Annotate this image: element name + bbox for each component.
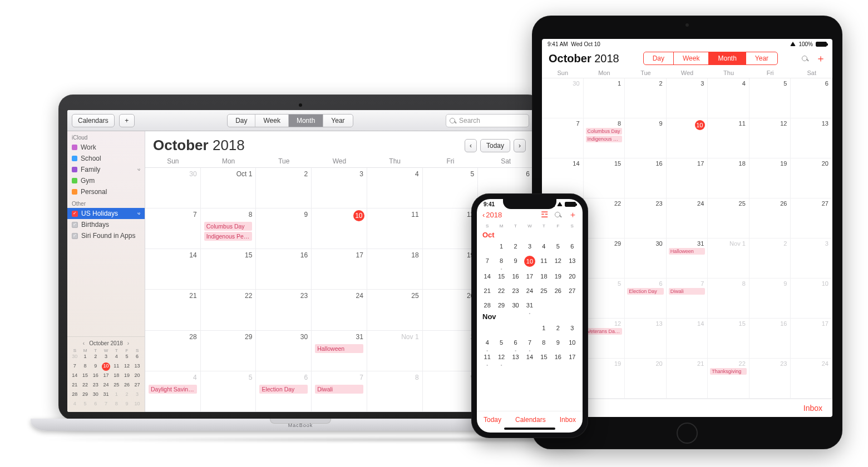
day-cell[interactable]: 8 <box>537 337 551 347</box>
day-cell[interactable]: 13 <box>791 118 832 158</box>
day-cell[interactable]: 18 <box>708 158 749 198</box>
day-cell[interactable]: 22Thanksgiving <box>708 359 749 399</box>
mini-day[interactable]: 9 <box>91 362 100 371</box>
day-cell[interactable]: 24 <box>312 290 367 330</box>
search-icon[interactable] <box>802 56 809 61</box>
mini-day[interactable]: 5 <box>122 353 131 361</box>
mini-day[interactable]: 6 <box>91 400 100 409</box>
day-cell[interactable]: 8 <box>367 371 423 412</box>
day-cell[interactable]: 17 <box>312 249 367 290</box>
event-pill[interactable]: Election Day <box>259 385 308 394</box>
day-cell[interactable]: 25 <box>367 290 423 330</box>
inbox-button[interactable]: Inbox <box>560 416 576 424</box>
day-cell[interactable]: 8 <box>708 279 749 319</box>
view-year[interactable]: Year <box>323 115 352 127</box>
day-cell[interactable]: 14 <box>667 319 708 359</box>
day-cell[interactable]: 12 <box>494 352 508 362</box>
day-cell[interactable]: 19 <box>584 359 625 399</box>
mini-day[interactable]: 3 <box>133 391 141 399</box>
day-cell[interactable]: 7Diwali <box>667 279 708 319</box>
day-cell[interactable]: 24 <box>791 359 832 399</box>
day-cell[interactable]: 9 <box>749 279 791 319</box>
mini-day[interactable]: 6 <box>133 353 141 361</box>
day-cell[interactable]: 7Diwali <box>312 371 367 412</box>
day-cell[interactable]: 24 <box>667 198 708 239</box>
day-cell[interactable]: 19 <box>423 249 479 290</box>
home-button[interactable] <box>677 423 698 444</box>
day-cell[interactable] <box>537 300 551 310</box>
mini-day[interactable]: 25 <box>112 381 121 390</box>
day-cell[interactable]: Nov 1 <box>367 331 423 371</box>
day-cell[interactable]: 9 <box>256 208 312 249</box>
day-cell[interactable]: 23 <box>509 286 522 296</box>
calendars-button[interactable]: Calendars <box>515 416 546 424</box>
mini-day[interactable]: 12 <box>122 362 131 371</box>
day-cell[interactable]: 13 <box>509 352 522 362</box>
month-grid-oct[interactable]: 1234567891011121314151617181920212223242… <box>480 240 579 311</box>
day-cell[interactable]: 10 <box>522 256 536 267</box>
day-cell[interactable]: 18 <box>537 271 551 281</box>
day-cell[interactable]: 19 <box>551 271 565 281</box>
sidebar-item-school[interactable]: School <box>67 153 145 164</box>
mini-day[interactable]: 10 <box>102 362 110 371</box>
day-cell[interactable]: 2 <box>551 323 565 333</box>
day-cell[interactable]: 20 <box>625 359 667 399</box>
day-cell[interactable]: 2 <box>509 241 522 251</box>
mini-day[interactable]: 28 <box>71 391 79 399</box>
day-cell[interactable]: 4 <box>367 168 423 208</box>
sidebar-item-work[interactable]: Work <box>67 142 145 153</box>
month-grid-nov[interactable]: 1234567891011121314151617 <box>480 322 579 363</box>
back-button[interactable]: ‹2018 <box>482 211 502 219</box>
checkbox[interactable] <box>72 222 78 228</box>
day-cell[interactable]: 6 <box>509 337 522 347</box>
mini-day[interactable]: 8 <box>112 400 121 409</box>
day-cell[interactable]: 12Veterans Day (o… <box>584 319 625 359</box>
day-cell[interactable]: 22 <box>584 198 625 239</box>
mini-day[interactable]: 29 <box>81 391 90 399</box>
today-button[interactable]: Today <box>484 416 501 424</box>
mini-day[interactable]: 2 <box>91 353 100 361</box>
mini-day[interactable]: 20 <box>133 372 141 380</box>
mini-day[interactable]: 27 <box>133 381 141 390</box>
sidebar-item-personal[interactable]: Personal <box>67 186 145 197</box>
checkbox[interactable] <box>72 233 78 239</box>
day-cell[interactable]: 25 <box>537 286 551 296</box>
mini-prev-button[interactable]: ‹ <box>83 340 85 346</box>
day-cell[interactable]: 15 <box>494 271 508 281</box>
day-cell[interactable]: 5 <box>551 241 565 251</box>
mini-day[interactable]: 8 <box>81 362 90 371</box>
event-pill[interactable]: Columbus Day <box>204 222 253 231</box>
day-cell[interactable]: 2 <box>423 331 479 371</box>
day-cell[interactable]: 19 <box>749 158 791 198</box>
view-month[interactable]: Month <box>709 52 746 64</box>
day-cell[interactable]: 23 <box>625 198 667 239</box>
day-cell[interactable]: 26 <box>749 198 791 239</box>
day-cell[interactable]: 29 <box>494 300 508 310</box>
day-cell[interactable]: 16 <box>256 249 312 290</box>
day-cell[interactable]: 7 <box>145 208 201 249</box>
day-cell[interactable] <box>565 300 579 310</box>
day-cell[interactable]: 13 <box>565 256 579 267</box>
day-cell[interactable]: 12 <box>423 208 479 249</box>
day-cell[interactable]: 15 <box>537 352 551 362</box>
mini-day[interactable]: 18 <box>112 372 121 380</box>
day-cell[interactable] <box>494 323 508 333</box>
mini-day[interactable]: 24 <box>102 381 110 390</box>
day-cell[interactable]: 1 <box>494 241 508 251</box>
day-cell[interactable]: 20 <box>565 271 579 281</box>
day-cell[interactable]: 6 <box>791 78 832 118</box>
view-day[interactable]: Day <box>228 115 255 127</box>
event-pill[interactable]: Indigenous Peo… <box>204 232 253 241</box>
day-cell[interactable]: 31Halloween <box>312 331 367 371</box>
day-cell[interactable]: 6 <box>565 241 579 251</box>
sidebar-item-gym[interactable]: Gym <box>67 175 145 186</box>
home-indicator[interactable] <box>504 428 555 430</box>
today-button[interactable]: Today <box>480 139 510 152</box>
day-cell[interactable]: 10 <box>565 337 579 347</box>
day-cell[interactable]: 8Columbus DayIndigenous Peo… <box>201 208 257 249</box>
day-cell[interactable] <box>551 300 565 310</box>
day-cell[interactable]: 29 <box>201 331 257 371</box>
day-cell[interactable]: Oct 1 <box>201 168 257 208</box>
day-cell[interactable]: 18 <box>367 249 423 290</box>
day-cell[interactable]: 10 <box>791 279 832 319</box>
